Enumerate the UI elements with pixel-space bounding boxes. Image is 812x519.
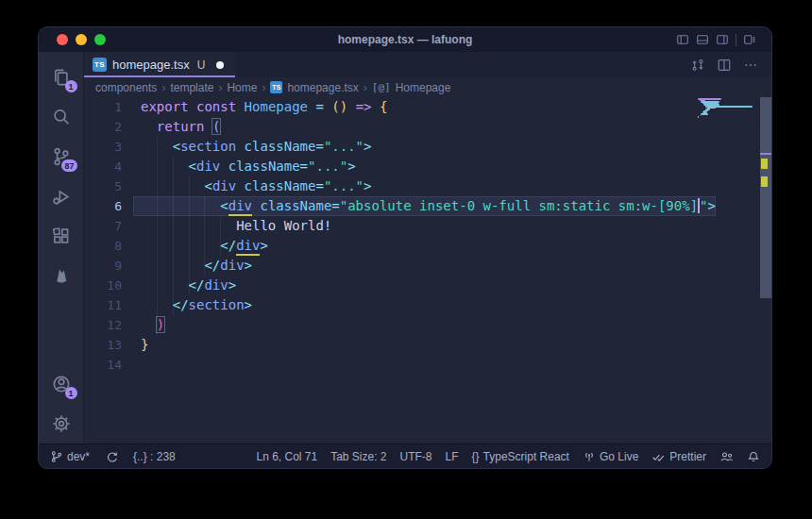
unsaved-dot-icon[interactable] bbox=[216, 61, 224, 69]
line-number[interactable]: 6 bbox=[84, 196, 133, 216]
code-line[interactable]: 7 Hello World! bbox=[84, 216, 696, 236]
line-number[interactable]: 7 bbox=[84, 216, 133, 236]
line-number[interactable]: 12 bbox=[84, 315, 133, 335]
code-editor[interactable]: 1export const Homepage = () => {2 return… bbox=[84, 97, 771, 444]
accounts-button[interactable]: 1 bbox=[39, 364, 84, 404]
traffic-lights bbox=[57, 34, 106, 45]
toggle-primary-sidebar-icon[interactable] bbox=[676, 33, 689, 46]
branch-status-item[interactable]: dev* bbox=[50, 450, 90, 463]
code-line[interactable]: 3 <section className="..."> bbox=[84, 137, 696, 157]
line-text bbox=[133, 355, 696, 375]
title-bar: homepage.tsx — lafuong bbox=[39, 27, 771, 52]
braces-counter-label: {..} : 238 bbox=[133, 450, 176, 463]
split-editor-icon[interactable] bbox=[717, 58, 732, 73]
line-number[interactable]: 13 bbox=[84, 335, 133, 355]
tab-size-label: Tab Size: 2 bbox=[330, 450, 386, 463]
prettier-item[interactable]: Prettier bbox=[651, 450, 706, 463]
code-line[interactable]: 4 <div className="..."> bbox=[84, 157, 696, 176]
sidebar-item-extensions[interactable] bbox=[39, 216, 84, 256]
activity-bar: 1 87 bbox=[39, 52, 84, 444]
language-mode-item[interactable]: {} TypeScript React bbox=[472, 450, 569, 463]
code-line[interactable]: 12 ) bbox=[84, 315, 696, 335]
breadcrumb-home[interactable]: Home bbox=[227, 81, 257, 94]
code-line[interactable]: 11 </section> bbox=[84, 295, 696, 315]
broadcast-icon bbox=[583, 450, 596, 463]
breadcrumb-symbol[interactable]: Homepage bbox=[396, 81, 451, 94]
line-text: } bbox=[133, 335, 696, 355]
source-control-badge: 87 bbox=[61, 159, 76, 172]
line-text: return ( bbox=[133, 117, 696, 137]
status-bar: dev* {..} : 238 Ln 6, Col 71 Tab Size: 2… bbox=[39, 444, 771, 468]
sidebar-item-run-debug[interactable] bbox=[39, 176, 84, 216]
language-label: TypeScript React bbox=[483, 450, 569, 463]
code-line[interactable]: 1export const Homepage = () => { bbox=[84, 97, 696, 117]
typescript-file-icon: TS bbox=[270, 81, 282, 93]
indent-guide bbox=[204, 196, 205, 276]
chevron-right-icon: › bbox=[364, 81, 367, 94]
customize-layout-icon[interactable] bbox=[743, 33, 756, 46]
code-line[interactable]: 6 <div className="absolute inset-0 w-ful… bbox=[84, 196, 696, 216]
line-number[interactable]: 2 bbox=[84, 117, 133, 137]
toggle-panel-icon[interactable] bbox=[696, 33, 709, 46]
open-changes-icon[interactable] bbox=[690, 58, 705, 73]
indent-guide bbox=[157, 137, 158, 335]
encoding-label: UTF-8 bbox=[400, 450, 432, 463]
breadcrumb-template[interactable]: template bbox=[170, 81, 213, 94]
tab-size-item[interactable]: Tab Size: 2 bbox=[330, 450, 386, 463]
code-line[interactable]: 9 </div> bbox=[84, 256, 696, 276]
line-text: </div> bbox=[133, 236, 696, 256]
line-text: </div> bbox=[133, 256, 696, 276]
code-line[interactable]: 13} bbox=[84, 335, 696, 355]
code-line[interactable]: 8 </div> bbox=[84, 236, 696, 256]
zoom-window-button[interactable] bbox=[94, 34, 106, 45]
overview-cursor-marker bbox=[760, 153, 771, 155]
eol-item[interactable]: LF bbox=[446, 450, 459, 463]
branch-name: dev* bbox=[67, 450, 90, 463]
braces-counter-item[interactable]: {..} : 238 bbox=[133, 450, 176, 463]
breadcrumb-components[interactable]: components bbox=[95, 81, 157, 94]
code-line[interactable]: 5 <div className="..."> bbox=[84, 176, 696, 196]
close-window-button[interactable] bbox=[57, 34, 68, 45]
encoding-item[interactable]: UTF-8 bbox=[400, 450, 432, 463]
tab-git-status: U bbox=[197, 59, 206, 72]
line-text: </section> bbox=[133, 295, 696, 315]
minimap-line bbox=[700, 115, 701, 117]
line-number[interactable]: 5 bbox=[84, 176, 133, 196]
line-number[interactable]: 3 bbox=[84, 137, 133, 157]
line-number[interactable]: 4 bbox=[84, 157, 133, 176]
line-number[interactable]: 11 bbox=[84, 295, 133, 315]
code-line[interactable]: 10 </div> bbox=[84, 276, 696, 295]
toggle-secondary-sidebar-icon[interactable] bbox=[716, 33, 729, 46]
line-number[interactable]: 9 bbox=[84, 256, 133, 276]
indent-guide bbox=[173, 157, 174, 315]
minimap[interactable] bbox=[698, 97, 758, 444]
scrollbar-thumb[interactable] bbox=[760, 97, 771, 298]
line-number[interactable]: 10 bbox=[84, 276, 133, 295]
line-text: ) bbox=[133, 315, 696, 335]
tab-homepage-tsx[interactable]: TS homepage.tsx U bbox=[84, 52, 235, 77]
minimap-line bbox=[701, 113, 708, 115]
feedback-item[interactable] bbox=[719, 450, 734, 463]
overview-warning-marker bbox=[761, 159, 768, 169]
go-live-item[interactable]: Go Live bbox=[583, 450, 638, 463]
line-number[interactable]: 14 bbox=[84, 355, 133, 375]
sidebar-item-firebase-extension[interactable] bbox=[39, 256, 84, 295]
line-number[interactable]: 8 bbox=[84, 236, 133, 256]
code-line[interactable]: 14 bbox=[84, 355, 696, 375]
sidebar-item-search[interactable] bbox=[39, 97, 84, 137]
code-line[interactable]: 2 return ( bbox=[84, 117, 696, 137]
settings-button[interactable] bbox=[39, 404, 84, 444]
git-branch-icon bbox=[50, 450, 63, 463]
sync-status-item[interactable] bbox=[105, 450, 118, 463]
sidebar-item-explorer[interactable]: 1 bbox=[39, 58, 84, 97]
cursor-position-item[interactable]: Ln 6, Col 71 bbox=[256, 450, 317, 463]
vscode-window: homepage.tsx — lafuong bbox=[38, 26, 772, 469]
line-number[interactable]: 1 bbox=[84, 97, 133, 117]
minimize-window-button[interactable] bbox=[76, 34, 87, 45]
notifications-item[interactable] bbox=[747, 450, 760, 463]
more-actions-icon[interactable] bbox=[743, 58, 758, 73]
typescript-file-icon: TS bbox=[93, 58, 107, 72]
breadcrumb-file[interactable]: homepage.tsx bbox=[287, 81, 358, 94]
vertical-scrollbar bbox=[760, 97, 771, 444]
sidebar-item-source-control[interactable]: 87 bbox=[39, 137, 84, 176]
